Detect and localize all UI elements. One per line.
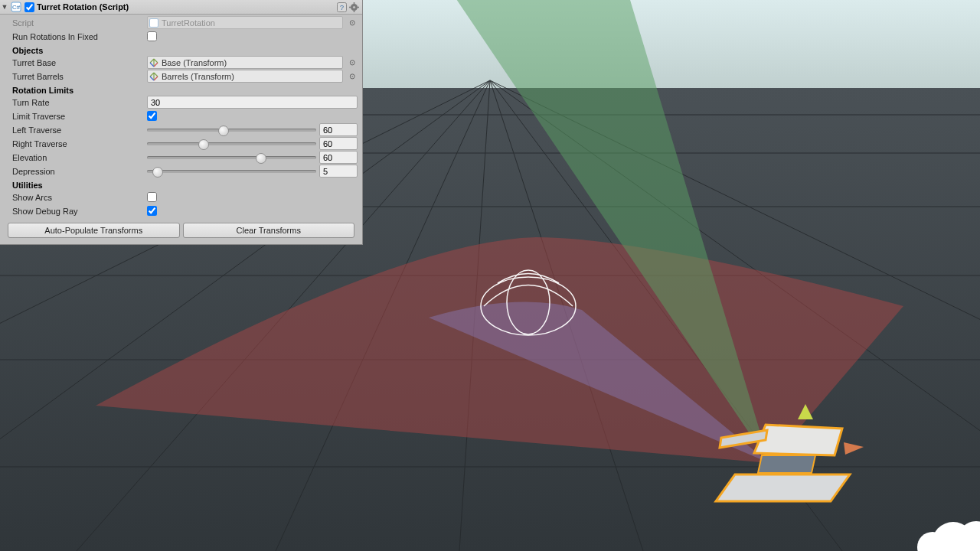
elevation-slider[interactable]	[147, 152, 316, 163]
script-object-field: TurretRotation	[147, 16, 343, 29]
svg-rect-33	[353, 2, 354, 5]
csharp-script-icon: C#	[11, 2, 21, 12]
script-name: TurretRotation	[162, 18, 215, 28]
elevation-value-field[interactable]: 60	[319, 151, 358, 164]
component-enabled-checkbox[interactable]	[24, 2, 34, 12]
run-in-fixed-checkbox[interactable]	[147, 31, 157, 41]
turret-base-value: Base (Transform)	[162, 58, 227, 67]
svg-rect-34	[353, 10, 354, 12]
transform-icon	[149, 72, 158, 81]
elevation-label: Elevation	[5, 153, 147, 162]
svg-marker-20	[758, 455, 815, 473]
depression-value-field[interactable]: 5	[319, 165, 358, 178]
right-traverse-slider[interactable]	[147, 139, 316, 149]
auto-populate-button[interactable]: Auto-Populate Transforms	[8, 223, 180, 238]
component-header[interactable]: ▼ C# Turret Rotation (Script) ?	[0, 0, 362, 15]
depression-value: 5	[323, 167, 328, 176]
svg-rect-36	[357, 6, 359, 8]
svg-text:?: ?	[339, 4, 343, 11]
depression-slider[interactable]	[147, 166, 316, 177]
show-arcs-label: Show Arcs	[5, 193, 147, 202]
object-picker-icon[interactable]: ⊙	[346, 17, 358, 28]
turret-barrels-label: Turret Barrels	[5, 72, 147, 81]
show-debug-ray-checkbox[interactable]	[147, 206, 157, 216]
object-picker-icon[interactable]: ⊙	[346, 70, 358, 82]
elevation-value: 60	[323, 153, 332, 162]
transform-icon	[149, 58, 158, 67]
run-in-fixed-label: Run Rotations In Fixed	[5, 32, 147, 41]
clear-transforms-button[interactable]: Clear Transforms	[183, 223, 355, 238]
limit-traverse-label: Limit Traverse	[5, 112, 147, 121]
auto-populate-label: Auto-Populate Transforms	[44, 226, 142, 235]
limit-traverse-checkbox[interactable]	[147, 111, 157, 121]
foldout-toggle-icon[interactable]: ▼	[0, 3, 9, 11]
turn-rate-field[interactable]: 30	[147, 96, 358, 109]
object-picker-icon[interactable]: ⊙	[346, 57, 358, 68]
show-debug-ray-label: Show Debug Ray	[5, 207, 147, 216]
turret-base-field[interactable]: Base (Transform)	[147, 56, 343, 69]
section-objects: Objects	[5, 46, 358, 55]
turret-barrels-value: Barrels (Transform)	[162, 72, 234, 81]
left-traverse-value: 60	[323, 126, 332, 135]
right-traverse-value-field[interactable]: 60	[319, 137, 358, 150]
section-rotation-limits: Rotation Limits	[5, 86, 358, 95]
depression-label: Depression	[5, 167, 147, 176]
gear-icon[interactable]	[348, 2, 359, 12]
svg-marker-19	[716, 474, 850, 501]
help-icon[interactable]: ?	[336, 2, 347, 12]
turret-base-label: Turret Base	[5, 58, 147, 67]
turret-barrels-field[interactable]: Barrels (Transform)	[147, 70, 343, 83]
left-traverse-value-field[interactable]: 60	[319, 123, 358, 136]
svg-rect-26	[926, 540, 980, 551]
left-traverse-label: Left Traverse	[5, 126, 147, 135]
script-field-row: Script TurretRotation ⊙	[5, 16, 358, 29]
inspector-panel: ▼ C# Turret Rotation (Script) ?	[0, 0, 363, 245]
svg-rect-37	[150, 18, 158, 27]
svg-point-32	[352, 5, 354, 8]
turn-rate-label: Turn Rate	[5, 98, 147, 107]
component-title: Turret Rotation (Script)	[37, 2, 335, 11]
left-traverse-slider[interactable]	[147, 125, 316, 135]
show-arcs-checkbox[interactable]	[147, 192, 157, 202]
csharp-asset-icon	[149, 18, 158, 28]
right-traverse-value: 60	[323, 139, 332, 148]
right-traverse-label: Right Traverse	[5, 139, 147, 148]
clear-transforms-label: Clear Transforms	[237, 226, 301, 235]
svg-text:C#: C#	[12, 4, 21, 11]
svg-rect-35	[349, 6, 351, 8]
section-utilities: Utilities	[5, 181, 358, 190]
turn-rate-value: 30	[151, 98, 160, 107]
script-label: Script	[5, 18, 147, 28]
